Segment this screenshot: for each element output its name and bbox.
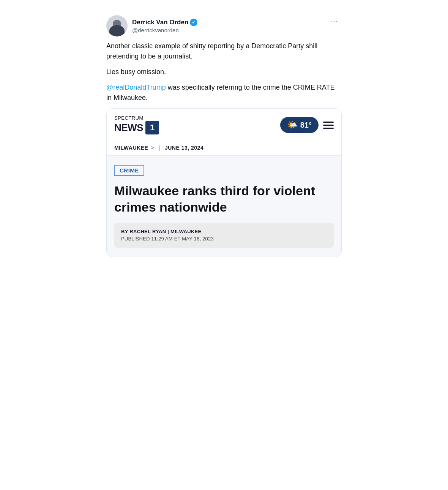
spectrum-logo: SPECTRUM NEWS 1 bbox=[114, 115, 159, 134]
embedded-news-card[interactable]: SPECTRUM NEWS 1 🌤️ 81° bbox=[106, 108, 342, 257]
tweet-header: Derrick Van Orden ✓ @derrickvanorden ··· bbox=[106, 15, 342, 36]
weather-pill[interactable]: 🌤️ 81° bbox=[280, 117, 319, 133]
mention-link[interactable]: @realDonaldTrump bbox=[106, 84, 166, 91]
handle[interactable]: @derrickvanorden bbox=[132, 27, 197, 33]
user-info: Derrick Van Orden ✓ @derrickvanorden bbox=[132, 19, 197, 33]
spectrum-text: SPECTRUM NEWS 1 bbox=[114, 115, 159, 134]
tweet-body: Another classic example of shitty report… bbox=[106, 41, 342, 103]
tweet-header-left: Derrick Van Orden ✓ @derrickvanorden bbox=[106, 15, 197, 36]
username-text: Derrick Van Orden bbox=[132, 19, 188, 26]
spectrum-nav-bar: MILWAUKEE > | JUNE 13, 2024 bbox=[107, 140, 341, 156]
spectrum-bottom: NEWS 1 bbox=[114, 121, 159, 134]
tweet-container: Derrick Van Orden ✓ @derrickvanorden ···… bbox=[106, 9, 342, 263]
spectrum-top-label: SPECTRUM bbox=[114, 115, 159, 121]
more-button[interactable]: ··· bbox=[327, 15, 342, 27]
hamburger-line-3 bbox=[323, 128, 334, 129]
nav-location[interactable]: MILWAUKEE bbox=[114, 145, 148, 151]
weather-icon: 🌤️ bbox=[287, 120, 297, 130]
avatar[interactable] bbox=[106, 15, 128, 36]
tweet-line-2: Lies busy omission. bbox=[106, 67, 342, 77]
headline-line-1: Milwaukee ranks third for violent bbox=[114, 183, 315, 198]
byline-card: BY RACHEL RYAN | MILWAUKEE PUBLISHED 11:… bbox=[114, 223, 334, 248]
article-headline: Milwaukee ranks third for violent crimes… bbox=[114, 183, 334, 215]
display-name: Derrick Van Orden ✓ bbox=[132, 19, 197, 26]
temperature: 81° bbox=[300, 121, 312, 130]
hamburger-line-2 bbox=[323, 125, 334, 126]
nav-date: JUNE 13, 2024 bbox=[165, 145, 203, 151]
tweet-line-1: Another classic example of shitty report… bbox=[106, 41, 342, 62]
nav-separator: | bbox=[159, 145, 160, 151]
article-content: CRIME Milwaukee ranks third for violent … bbox=[107, 156, 341, 257]
nav-chevron-icon: > bbox=[151, 145, 154, 150]
spectrum-number: 1 bbox=[145, 121, 159, 134]
crime-category-tag[interactable]: CRIME bbox=[114, 165, 144, 176]
tweet-line-3: @realDonaldTrump was specifically referr… bbox=[106, 82, 342, 103]
hamburger-line-1 bbox=[323, 122, 334, 123]
spectrum-right-controls: 🌤️ 81° bbox=[280, 117, 334, 133]
spectrum-news-label: NEWS bbox=[114, 122, 143, 133]
byline-author: BY RACHEL RYAN | MILWAUKEE bbox=[121, 229, 327, 234]
byline-published: PUBLISHED 11:29 AM ET MAY 16, 2023 bbox=[121, 236, 327, 242]
headline-line-2: crimes nationwide bbox=[114, 200, 227, 214]
hamburger-menu-button[interactable] bbox=[323, 122, 334, 129]
spectrum-header: SPECTRUM NEWS 1 🌤️ 81° bbox=[107, 109, 341, 140]
verified-badge: ✓ bbox=[190, 19, 197, 26]
